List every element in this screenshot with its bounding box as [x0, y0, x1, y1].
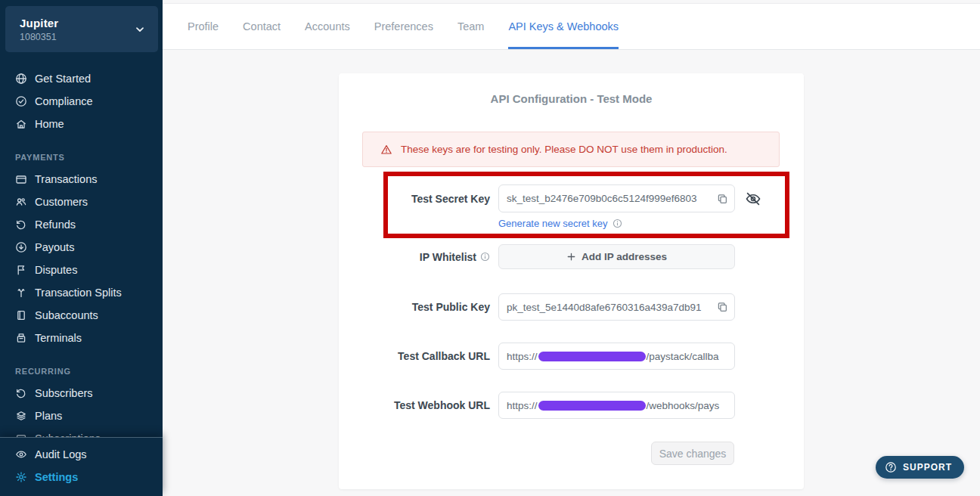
- layers-icon: [15, 410, 27, 422]
- tab-accounts[interactable]: Accounts: [305, 4, 350, 49]
- settings-tabbar: ProfileContactAccountsPreferencesTeamAPI…: [163, 3, 980, 50]
- support-button[interactable]: SUPPORT: [876, 456, 964, 479]
- sidebar-item-subaccounts[interactable]: Subaccounts: [0, 304, 163, 327]
- generate-secret-key-link[interactable]: Generate new secret key: [498, 218, 608, 229]
- api-config-card: API Configuration - Test Mode These keys…: [339, 73, 804, 489]
- webhook-url-label: Test Webhook URL: [339, 392, 498, 419]
- eye-icon: [15, 448, 27, 460]
- webhook-url-value: https:///webhooks/pays: [507, 400, 727, 411]
- public-key-value: pk_test_5e1440d8afe6760316a439a7db91: [507, 302, 727, 313]
- sidebar: Jupiter 1080351 Get StartedComplianceHom…: [0, 0, 163, 496]
- account-name: Jupiter: [20, 17, 134, 29]
- add-ip-addresses-label: Add IP addresses: [581, 251, 667, 262]
- tab-team[interactable]: Team: [457, 4, 484, 49]
- secret-key-label: Test Secret Key: [339, 184, 498, 212]
- sidebar-item-subscribers[interactable]: Subscribers: [0, 382, 163, 405]
- users-icon: [15, 196, 27, 208]
- sidebar-item-label: Payouts: [35, 241, 74, 253]
- sidebar-item-label: Terminals: [35, 332, 82, 344]
- webhook-url-input[interactable]: https:///webhooks/pays: [498, 392, 735, 419]
- secret-key-value: sk_test_b2476e709b0c6c5124f999ef6803: [507, 193, 727, 204]
- add-ip-addresses-button[interactable]: Add IP addresses: [498, 244, 735, 269]
- sidebar-item-transaction-splits[interactable]: Transaction Splits: [0, 281, 163, 304]
- sidebar-item-refunds[interactable]: Refunds: [0, 213, 163, 236]
- save-changes-button[interactable]: Save changes: [651, 442, 734, 465]
- sidebar-item-label: Plans: [35, 410, 62, 422]
- eye-off-icon[interactable]: [745, 191, 761, 207]
- public-key-label: Test Public Key: [339, 293, 498, 321]
- gear-icon: [15, 471, 27, 483]
- tab-contact[interactable]: Contact: [243, 4, 281, 49]
- terminal-icon: [15, 332, 27, 344]
- callback-url-input[interactable]: https:///paystack/callba: [498, 343, 735, 370]
- sidebar-item-transactions[interactable]: Transactions: [0, 168, 163, 191]
- sidebar-item-label: Transaction Splits: [35, 287, 122, 299]
- sidebar-item-plans[interactable]: Plans: [0, 405, 163, 427]
- tab-api-keys-webhooks[interactable]: API Keys & Webhooks: [508, 4, 619, 49]
- info-icon[interactable]: [612, 219, 622, 228]
- sidebar-item-label: Disputes: [35, 264, 77, 276]
- home-icon: [15, 118, 27, 130]
- sidebar-item-disputes[interactable]: Disputes: [0, 259, 163, 281]
- check-circle-icon: [15, 95, 27, 107]
- download-circle-icon: [15, 241, 27, 253]
- sidebar-item-customers[interactable]: Customers: [0, 191, 163, 213]
- ip-whitelist-row: IP Whitelist Add IP addresses: [339, 244, 804, 269]
- sidebar-item-home[interactable]: Home: [0, 113, 163, 135]
- secret-key-input[interactable]: sk_test_b2476e709b0c6c5124f999ef6803: [498, 184, 735, 212]
- sidebar-item-label: Subaccounts: [35, 309, 98, 321]
- public-key-input[interactable]: pk_test_5e1440d8afe6760316a439a7db91: [498, 293, 735, 321]
- sidebar-section-recurring: RECURRING: [0, 360, 163, 382]
- account-id: 1080351: [20, 32, 134, 42]
- sidebar-item-label: Subscribers: [35, 387, 93, 399]
- sidebar-item-terminals[interactable]: Terminals: [0, 327, 163, 349]
- split-icon: [15, 287, 27, 299]
- card-title: API Configuration - Test Mode: [339, 92, 804, 105]
- tab-preferences[interactable]: Preferences: [374, 4, 433, 49]
- redaction-blob: [538, 352, 646, 361]
- sidebar-item-label: Refunds: [35, 219, 76, 231]
- sidebar-item-label: Home: [35, 118, 64, 130]
- flag-icon: [15, 264, 27, 276]
- generate-key-row: Generate new secret key: [498, 218, 622, 229]
- globe-icon: [15, 73, 27, 85]
- ip-whitelist-label: IP Whitelist: [339, 244, 498, 269]
- sidebar-footer: Audit LogsSettings: [0, 437, 163, 496]
- warning-icon: [380, 144, 392, 156]
- sidebar-item-compliance[interactable]: Compliance: [0, 90, 163, 113]
- test-mode-warning: These keys are for testing only. Please …: [362, 132, 780, 167]
- plus-icon: [566, 252, 576, 262]
- sidebar-item-get-started[interactable]: Get Started: [0, 67, 163, 90]
- sidebar-item-payouts[interactable]: Payouts: [0, 236, 163, 259]
- info-icon[interactable]: [480, 252, 490, 262]
- secret-key-row: Test Secret Key sk_test_b2476e709b0c6c51…: [339, 184, 804, 212]
- sidebar-item-settings[interactable]: Settings: [0, 466, 163, 488]
- copy-icon[interactable]: [715, 301, 729, 314]
- undo-icon: [15, 219, 27, 231]
- main-area: ProfileContactAccountsPreferencesTeamAPI…: [163, 0, 980, 496]
- copy-icon[interactable]: [715, 192, 729, 205]
- account-selector[interactable]: Jupiter 1080351: [5, 6, 158, 52]
- rotate-icon: [15, 387, 27, 399]
- book-icon: [15, 309, 27, 321]
- sidebar-item-label: Compliance: [35, 95, 93, 107]
- webhook-url-row: Test Webhook URL https:///webhooks/pays: [339, 392, 804, 419]
- sidebar-item-label: Transactions: [35, 173, 97, 185]
- sidebar-item-label: Get Started: [35, 73, 91, 85]
- redaction-blob: [538, 401, 646, 411]
- question-icon: [885, 461, 897, 473]
- callback-url-label: Test Callback URL: [339, 343, 498, 370]
- sidebar-section-payments: PAYMENTS: [0, 146, 163, 168]
- public-key-row: Test Public Key pk_test_5e1440d8afe67603…: [339, 293, 804, 321]
- sidebar-item-label: Audit Logs: [35, 448, 87, 460]
- support-label: SUPPORT: [903, 462, 952, 473]
- warning-text: These keys are for testing only. Please …: [401, 144, 727, 155]
- sidebar-nav: Get StartedComplianceHomePAYMENTSTransac…: [0, 67, 163, 450]
- sidebar-item-audit-logs[interactable]: Audit Logs: [0, 443, 163, 466]
- tab-profile[interactable]: Profile: [188, 4, 219, 49]
- ip-whitelist-label-text: IP Whitelist: [420, 251, 476, 263]
- sidebar-item-label: Customers: [35, 196, 88, 208]
- sidebar-item-label: Settings: [35, 471, 78, 483]
- callback-url-value: https:///paystack/callba: [507, 351, 727, 362]
- callback-url-row: Test Callback URL https:///paystack/call…: [339, 343, 804, 370]
